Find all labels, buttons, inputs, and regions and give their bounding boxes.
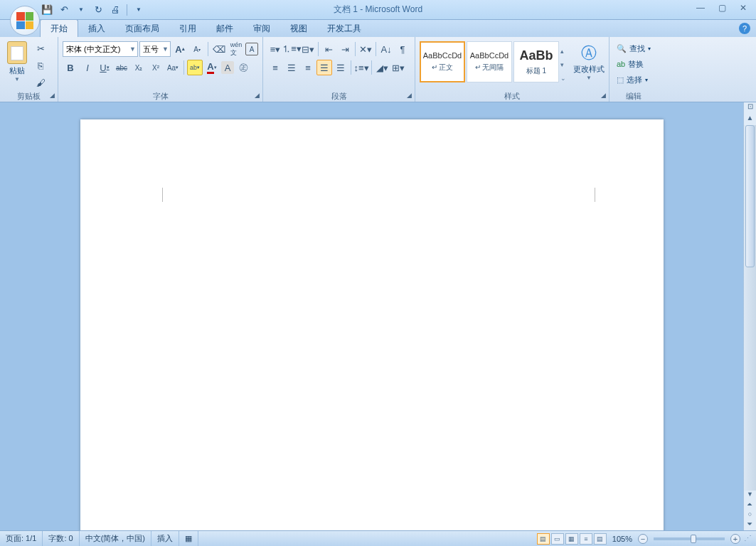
align-distributed-icon[interactable]: ☰ [333, 60, 348, 75]
style-normal[interactable]: AaBbCcDd ↵ 正文 [420, 41, 465, 82]
tab-home[interactable]: 开始 [40, 19, 78, 37]
indent-decrease-icon[interactable]: ⇤ [321, 41, 336, 57]
replace-button[interactable]: ab替换 [614, 57, 654, 71]
indent-increase-icon[interactable]: ⇥ [337, 41, 353, 57]
status-insert-mode[interactable]: 插入 [151, 531, 179, 546]
align-right-icon[interactable]: ≡ [300, 60, 316, 75]
strike-icon[interactable]: abc [114, 60, 129, 75]
next-page-icon[interactable]: ⏷ [744, 520, 756, 530]
font-name-combo[interactable]: 宋体 (中文正文)▼ [63, 41, 138, 57]
bullets-icon[interactable]: ≡▾ [267, 41, 283, 57]
style-no-spacing[interactable]: AaBbCcDd ↵ 无间隔 [467, 41, 512, 82]
tab-developer[interactable]: 开发工具 [317, 20, 371, 37]
office-button[interactable] [10, 6, 40, 36]
zoom-level[interactable]: 105% [608, 535, 637, 543]
align-center-icon[interactable]: ☰ [284, 60, 299, 75]
status-macro-icon[interactable]: ▦ [179, 531, 198, 546]
status-language[interactable]: 中文(简体，中国) [80, 531, 151, 546]
maximize-button[interactable]: ▢ [712, 1, 732, 14]
zoom-in-icon[interactable]: + [730, 534, 740, 544]
close-button[interactable]: ✕ [733, 1, 753, 14]
font-size-combo[interactable]: 五号▼ [139, 41, 171, 57]
redo-icon[interactable]: ↻ [91, 3, 105, 17]
clear-format-icon[interactable]: ⌫ [211, 41, 227, 57]
paste-dropdown-icon[interactable]: ▼ [14, 76, 20, 82]
sort-icon[interactable]: A↓ [378, 41, 394, 57]
bold-icon[interactable]: B [63, 60, 78, 75]
text-direction-icon[interactable]: ✕▾ [358, 41, 373, 57]
find-button[interactable]: 🔍查找▾ [614, 41, 654, 55]
styles-gallery-scroll[interactable]: ▴▾⌄ [560, 41, 570, 87]
status-word-count[interactable]: 字数: 0 [43, 531, 79, 546]
save-icon[interactable]: 💾 [40, 3, 54, 17]
format-painter-icon[interactable]: 🖌 [33, 75, 48, 90]
align-left-icon[interactable]: ≡ [267, 60, 283, 75]
page[interactable] [80, 119, 664, 530]
numbering-icon[interactable]: ⒈≡▾ [284, 41, 299, 57]
paste-label: 粘贴 [9, 65, 25, 76]
zoom-out-icon[interactable]: − [638, 534, 648, 544]
font-size-value: 五号 [143, 44, 159, 55]
superscript-icon[interactable]: X² [148, 60, 164, 75]
zoom-slider[interactable] [654, 537, 725, 540]
view-full-reading-icon[interactable]: ▭ [551, 533, 564, 545]
multilevel-icon[interactable]: ⊟▾ [300, 41, 316, 57]
clipboard-launcher-icon[interactable]: ◢ [48, 92, 56, 100]
prev-page-icon[interactable]: ⏶ [744, 500, 756, 510]
change-case-icon[interactable]: Aa▾ [165, 60, 181, 75]
font-launcher-icon[interactable]: ◢ [252, 92, 261, 100]
view-web-layout-icon[interactable]: ▦ [565, 533, 578, 545]
show-marks-icon[interactable]: ¶ [395, 41, 410, 57]
qat-customize-icon[interactable]: ▼ [132, 3, 146, 17]
tab-review[interactable]: 审阅 [243, 20, 280, 37]
tab-page-layout[interactable]: 页面布局 [115, 20, 169, 37]
borders-icon[interactable]: ⊞▾ [390, 60, 406, 75]
paste-button[interactable]: 粘贴 ▼ [3, 38, 31, 90]
view-print-layout-icon[interactable]: ▤ [537, 533, 550, 545]
char-border-icon[interactable]: A [245, 43, 258, 55]
scroll-up-icon[interactable]: ▲ [744, 114, 756, 125]
help-icon[interactable]: ? [739, 23, 750, 34]
document-scroll[interactable] [0, 102, 743, 530]
zoom-thumb[interactable] [691, 535, 696, 543]
resize-grip-icon[interactable]: ⋰ [742, 533, 753, 545]
highlight-icon[interactable]: ab▾ [187, 60, 203, 75]
vertical-scrollbar[interactable]: ⊡ ▲ ▼ ⏶ ○ ⏷ [743, 102, 756, 530]
grow-font-icon[interactable]: A▴ [172, 41, 188, 57]
view-draft-icon[interactable]: ▤ [594, 533, 607, 545]
underline-icon[interactable]: U▾ [97, 60, 112, 75]
enclose-char-icon[interactable]: ㊣ [235, 60, 251, 75]
select-button[interactable]: ⬚选择▾ [614, 73, 654, 87]
shrink-font-icon[interactable]: A▾ [189, 41, 205, 57]
copy-icon[interactable]: ⎘ [33, 58, 48, 74]
phonetic-guide-icon[interactable]: wén文 [228, 41, 244, 57]
minimize-button[interactable]: — [691, 1, 710, 14]
char-shading-icon[interactable]: A [221, 61, 234, 74]
paragraph-launcher-icon[interactable]: ◢ [405, 92, 413, 100]
undo-dropdown-icon[interactable]: ▼ [74, 3, 88, 17]
scroll-down-icon[interactable]: ▼ [744, 491, 756, 500]
window-controls: — ▢ ✕ [691, 1, 753, 14]
tab-references[interactable]: 引用 [169, 20, 206, 37]
tab-view[interactable]: 视图 [280, 20, 317, 37]
status-page[interactable]: 页面: 1/1 [0, 531, 43, 546]
tab-insert[interactable]: 插入 [78, 20, 115, 37]
style-heading1[interactable]: AaBb 标题 1 [513, 41, 559, 82]
subscript-icon[interactable]: X₂ [131, 60, 147, 75]
italic-icon[interactable]: I [80, 60, 95, 75]
align-justify-icon[interactable]: ☰ [316, 60, 332, 75]
view-outline-icon[interactable]: ≡ [580, 533, 592, 545]
undo-icon[interactable]: ↶ [57, 3, 71, 17]
browse-object-icon[interactable]: ○ [744, 510, 756, 520]
shading-icon[interactable]: ◢▾ [374, 60, 390, 75]
tab-mailings[interactable]: 邮件 [206, 20, 243, 37]
quick-print-icon[interactable]: 🖨 [108, 3, 122, 17]
cut-icon[interactable]: ✂ [33, 41, 48, 57]
font-color-icon[interactable]: A▾ [204, 60, 220, 75]
scroll-thumb[interactable] [745, 125, 755, 267]
scroll-track[interactable] [744, 125, 756, 491]
styles-launcher-icon[interactable]: ◢ [599, 92, 607, 100]
view-ruler-icon[interactable]: ⊡ [744, 102, 756, 114]
line-spacing-icon[interactable]: ↕≡▾ [353, 60, 369, 75]
change-styles-button[interactable]: Ⓐ 更改样式 ▼ [572, 38, 606, 90]
